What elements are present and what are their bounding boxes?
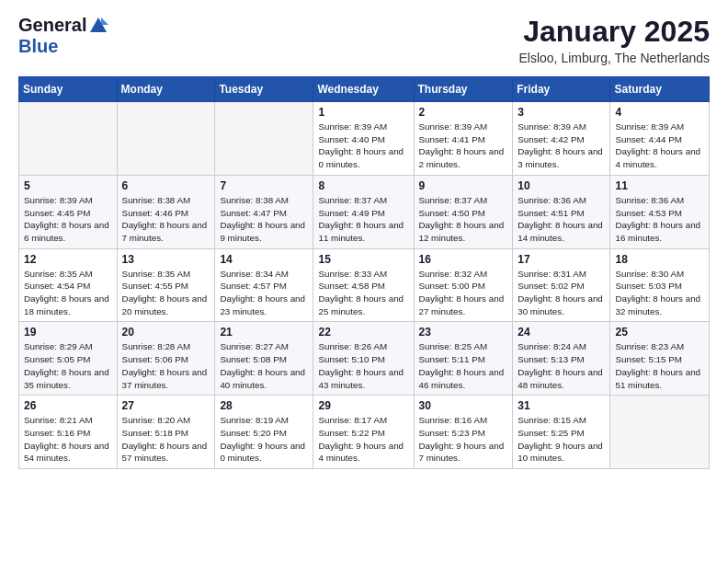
- title-area: January 2025 Elsloo, Limburg, The Nether…: [518, 15, 710, 65]
- calendar-day-7: 7Sunrise: 8:38 AMSunset: 4:47 PMDaylight…: [215, 175, 313, 248]
- day-info: Sunrise: 8:21 AMSunset: 5:16 PMDaylight:…: [24, 414, 112, 465]
- logo-blue-text: Blue: [18, 36, 58, 57]
- calendar-day-17: 17Sunrise: 8:31 AMSunset: 5:02 PMDayligh…: [513, 248, 610, 322]
- day-number: 29: [318, 399, 408, 412]
- day-number: 21: [220, 326, 308, 339]
- day-number: 18: [615, 253, 704, 266]
- day-info: Sunrise: 8:33 AMSunset: 4:58 PMDaylight:…: [318, 268, 408, 318]
- day-info: Sunrise: 8:32 AMSunset: 5:00 PMDaylight:…: [419, 268, 508, 318]
- day-info: Sunrise: 8:25 AMSunset: 5:11 PMDaylight:…: [419, 340, 508, 391]
- day-info: Sunrise: 8:27 AMSunset: 5:08 PMDaylight:…: [220, 340, 308, 391]
- day-number: 5: [24, 179, 112, 192]
- calendar-day-30: 30Sunrise: 8:16 AMSunset: 5:23 PMDayligh…: [414, 396, 513, 469]
- day-info: Sunrise: 8:24 AMSunset: 5:13 PMDaylight:…: [518, 340, 605, 391]
- calendar-week-row: 26Sunrise: 8:21 AMSunset: 5:16 PMDayligh…: [19, 396, 710, 469]
- day-info: Sunrise: 8:16 AMSunset: 5:23 PMDaylight:…: [419, 414, 508, 465]
- day-info: Sunrise: 8:37 AMSunset: 4:49 PMDaylight:…: [318, 194, 408, 245]
- calendar-day-21: 21Sunrise: 8:27 AMSunset: 5:08 PMDayligh…: [215, 322, 313, 396]
- day-number: 6: [122, 179, 210, 192]
- day-number: 16: [419, 253, 508, 266]
- calendar-empty-cell: [117, 102, 215, 176]
- calendar-week-row: 5Sunrise: 8:39 AMSunset: 4:45 PMDaylight…: [19, 175, 710, 248]
- day-number: 22: [318, 326, 408, 339]
- day-info: Sunrise: 8:26 AMSunset: 5:10 PMDaylight:…: [318, 340, 408, 391]
- calendar-day-9: 9Sunrise: 8:37 AMSunset: 4:50 PMDaylight…: [414, 175, 513, 248]
- calendar-day-28: 28Sunrise: 8:19 AMSunset: 5:20 PMDayligh…: [215, 396, 313, 469]
- day-info: Sunrise: 8:35 AMSunset: 4:54 PMDaylight:…: [24, 268, 112, 318]
- calendar-week-row: 1Sunrise: 8:39 AMSunset: 4:40 PMDaylight…: [19, 102, 710, 176]
- day-info: Sunrise: 8:30 AMSunset: 5:03 PMDaylight:…: [615, 268, 704, 318]
- calendar-week-row: 12Sunrise: 8:35 AMSunset: 4:54 PMDayligh…: [19, 248, 710, 322]
- day-info: Sunrise: 8:39 AMSunset: 4:44 PMDaylight:…: [615, 121, 704, 171]
- weekday-header-wednesday: Wednesday: [313, 77, 414, 102]
- day-number: 26: [24, 399, 112, 412]
- calendar-day-12: 12Sunrise: 8:35 AMSunset: 4:54 PMDayligh…: [19, 248, 118, 322]
- day-number: 28: [220, 399, 308, 412]
- calendar-day-19: 19Sunrise: 8:29 AMSunset: 5:05 PMDayligh…: [19, 322, 118, 396]
- logo: General Blue: [18, 15, 108, 57]
- svg-marker-1: [101, 17, 108, 25]
- calendar-empty-cell: [215, 102, 313, 176]
- day-info: Sunrise: 8:35 AMSunset: 4:55 PMDaylight:…: [122, 268, 210, 318]
- calendar-empty-cell: [19, 102, 118, 176]
- day-number: 3: [518, 106, 605, 119]
- calendar-week-row: 19Sunrise: 8:29 AMSunset: 5:05 PMDayligh…: [19, 322, 710, 396]
- logo-icon: [88, 16, 108, 36]
- calendar-day-20: 20Sunrise: 8:28 AMSunset: 5:06 PMDayligh…: [117, 322, 215, 396]
- day-info: Sunrise: 8:19 AMSunset: 5:20 PMDaylight:…: [220, 414, 308, 465]
- month-title: January 2025: [518, 15, 710, 49]
- day-info: Sunrise: 8:17 AMSunset: 5:22 PMDaylight:…: [318, 414, 408, 465]
- day-number: 12: [24, 253, 112, 266]
- day-info: Sunrise: 8:39 AMSunset: 4:40 PMDaylight:…: [318, 121, 408, 171]
- calendar-day-16: 16Sunrise: 8:32 AMSunset: 5:00 PMDayligh…: [414, 248, 513, 322]
- day-number: 23: [419, 326, 508, 339]
- day-info: Sunrise: 8:15 AMSunset: 5:25 PMDaylight:…: [518, 414, 605, 465]
- day-number: 10: [518, 179, 605, 192]
- day-number: 15: [318, 253, 408, 266]
- day-number: 1: [318, 106, 408, 119]
- day-info: Sunrise: 8:20 AMSunset: 5:18 PMDaylight:…: [122, 414, 210, 465]
- day-number: 4: [615, 106, 704, 119]
- day-number: 7: [220, 179, 308, 192]
- day-info: Sunrise: 8:36 AMSunset: 4:51 PMDaylight:…: [518, 194, 605, 245]
- day-info: Sunrise: 8:39 AMSunset: 4:45 PMDaylight:…: [24, 194, 112, 245]
- day-number: 19: [24, 326, 112, 339]
- calendar-day-8: 8Sunrise: 8:37 AMSunset: 4:49 PMDaylight…: [313, 175, 414, 248]
- day-info: Sunrise: 8:29 AMSunset: 5:05 PMDaylight:…: [24, 340, 112, 391]
- weekday-header-tuesday: Tuesday: [215, 77, 313, 102]
- day-info: Sunrise: 8:39 AMSunset: 4:41 PMDaylight:…: [419, 121, 508, 171]
- day-info: Sunrise: 8:39 AMSunset: 4:42 PMDaylight:…: [518, 121, 605, 171]
- day-info: Sunrise: 8:38 AMSunset: 4:46 PMDaylight:…: [122, 194, 210, 245]
- day-number: 13: [122, 253, 210, 266]
- calendar-header-row: SundayMondayTuesdayWednesdayThursdayFrid…: [19, 77, 710, 102]
- calendar-day-4: 4Sunrise: 8:39 AMSunset: 4:44 PMDaylight…: [610, 102, 710, 176]
- calendar-day-10: 10Sunrise: 8:36 AMSunset: 4:51 PMDayligh…: [513, 175, 610, 248]
- weekday-header-friday: Friday: [513, 77, 610, 102]
- location-text: Elsloo, Limburg, The Netherlands: [518, 51, 710, 65]
- day-number: 30: [419, 399, 508, 412]
- day-number: 9: [419, 179, 508, 192]
- weekday-header-thursday: Thursday: [414, 77, 513, 102]
- calendar-empty-cell: [610, 396, 710, 469]
- weekday-header-saturday: Saturday: [610, 77, 710, 102]
- calendar-day-13: 13Sunrise: 8:35 AMSunset: 4:55 PMDayligh…: [117, 248, 215, 322]
- day-info: Sunrise: 8:23 AMSunset: 5:15 PMDaylight:…: [615, 340, 704, 391]
- calendar: SundayMondayTuesdayWednesdayThursdayFrid…: [18, 76, 710, 469]
- calendar-day-18: 18Sunrise: 8:30 AMSunset: 5:03 PMDayligh…: [610, 248, 710, 322]
- day-info: Sunrise: 8:38 AMSunset: 4:47 PMDaylight:…: [220, 194, 308, 245]
- calendar-day-1: 1Sunrise: 8:39 AMSunset: 4:40 PMDaylight…: [313, 102, 414, 176]
- day-info: Sunrise: 8:31 AMSunset: 5:02 PMDaylight:…: [518, 268, 605, 318]
- calendar-day-25: 25Sunrise: 8:23 AMSunset: 5:15 PMDayligh…: [610, 322, 710, 396]
- day-info: Sunrise: 8:36 AMSunset: 4:53 PMDaylight:…: [615, 194, 704, 245]
- day-number: 31: [518, 399, 605, 412]
- calendar-day-15: 15Sunrise: 8:33 AMSunset: 4:58 PMDayligh…: [313, 248, 414, 322]
- calendar-day-5: 5Sunrise: 8:39 AMSunset: 4:45 PMDaylight…: [19, 175, 118, 248]
- calendar-day-11: 11Sunrise: 8:36 AMSunset: 4:53 PMDayligh…: [610, 175, 710, 248]
- day-number: 24: [518, 326, 605, 339]
- day-number: 25: [615, 326, 704, 339]
- calendar-day-24: 24Sunrise: 8:24 AMSunset: 5:13 PMDayligh…: [513, 322, 610, 396]
- calendar-day-26: 26Sunrise: 8:21 AMSunset: 5:16 PMDayligh…: [19, 396, 118, 469]
- calendar-day-14: 14Sunrise: 8:34 AMSunset: 4:57 PMDayligh…: [215, 248, 313, 322]
- day-number: 2: [419, 106, 508, 119]
- weekday-header-sunday: Sunday: [19, 77, 118, 102]
